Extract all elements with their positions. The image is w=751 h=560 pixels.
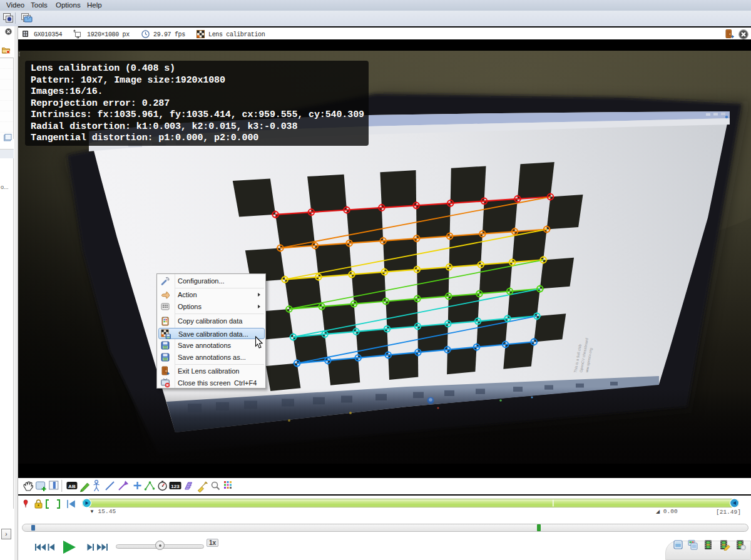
svg-text:AB: AB xyxy=(68,484,76,489)
svg-text:[: [ xyxy=(19,51,20,56)
svg-text:123: 123 xyxy=(171,484,180,489)
